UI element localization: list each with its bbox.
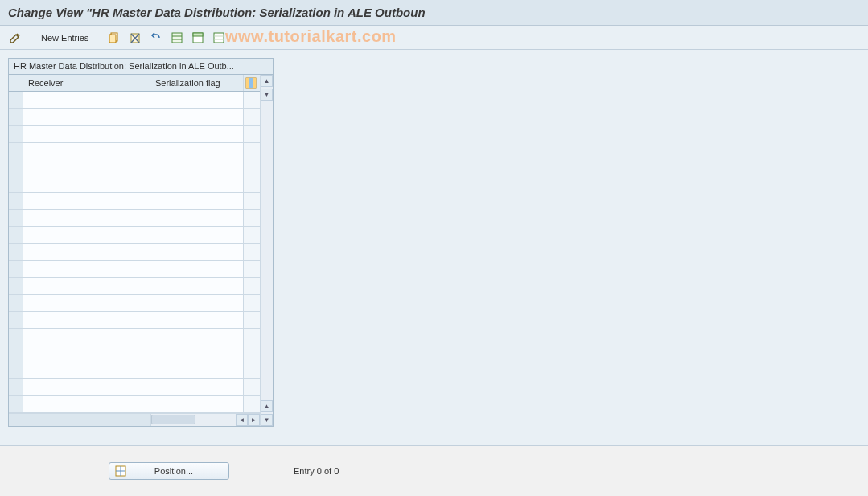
deselect-all-icon[interactable] (210, 30, 228, 46)
cell-serialization-flag[interactable] (150, 329, 244, 345)
horizontal-scrollbar[interactable]: ◄ ► (9, 413, 260, 426)
cell-receiver[interactable] (23, 92, 150, 108)
cell-serialization-flag[interactable] (150, 210, 244, 226)
table-row[interactable] (9, 210, 260, 227)
table-row[interactable] (9, 295, 260, 312)
cell-receiver[interactable] (23, 261, 150, 277)
cell-serialization-flag[interactable] (150, 143, 244, 159)
hscroll-left-icon[interactable]: ◄ (236, 414, 248, 426)
row-selector[interactable] (9, 278, 23, 294)
cell-serialization-flag[interactable] (150, 176, 244, 192)
vscroll-up-icon[interactable]: ▲ (261, 75, 273, 87)
row-selector[interactable] (9, 396, 23, 412)
cell-receiver[interactable] (23, 126, 150, 142)
vscroll-down2-icon[interactable]: ▲ (261, 400, 273, 412)
cell-receiver[interactable] (23, 379, 150, 395)
cell-serialization-flag[interactable] (150, 126, 244, 142)
cell-receiver[interactable] (23, 278, 150, 294)
table-row[interactable] (9, 159, 260, 176)
select-block-icon[interactable] (189, 30, 207, 46)
vscroll-up2-icon[interactable]: ▼ (261, 89, 273, 101)
cell-receiver[interactable] (23, 210, 150, 226)
cell-receiver[interactable] (23, 312, 150, 328)
configure-columns-icon[interactable] (244, 75, 258, 91)
cell-receiver[interactable] (23, 176, 150, 192)
row-selector[interactable] (9, 126, 23, 142)
delete-icon[interactable] (126, 30, 144, 46)
cell-receiver[interactable] (23, 159, 150, 176)
row-selector[interactable] (9, 379, 23, 395)
table-row[interactable] (9, 109, 260, 126)
cell-serialization-flag[interactable] (150, 396, 244, 412)
cell-receiver[interactable] (23, 329, 150, 345)
select-all-rows-cell[interactable] (9, 75, 23, 91)
cell-serialization-flag[interactable] (150, 295, 244, 311)
undo-icon[interactable] (147, 30, 165, 46)
table-row[interactable] (9, 278, 260, 295)
row-selector[interactable] (9, 176, 23, 192)
cell-serialization-flag[interactable] (150, 159, 244, 176)
table-row[interactable] (9, 176, 260, 193)
cell-receiver[interactable] (23, 109, 150, 125)
row-selector[interactable] (9, 109, 23, 125)
copy-as-icon[interactable] (105, 30, 123, 46)
hscroll-thumb[interactable] (151, 415, 195, 424)
cell-serialization-flag[interactable] (150, 362, 244, 378)
cell-receiver[interactable] (23, 345, 150, 362)
position-button[interactable]: Position... (109, 462, 229, 480)
cell-serialization-flag[interactable] (150, 193, 244, 209)
vscroll-down-icon[interactable]: ▼ (261, 414, 273, 426)
table-row[interactable] (9, 362, 260, 379)
table-row[interactable] (9, 329, 260, 345)
table-row[interactable] (9, 312, 260, 329)
row-selector[interactable] (9, 244, 23, 260)
cell-serialization-flag[interactable] (150, 244, 244, 260)
row-selector[interactable] (9, 92, 23, 108)
cell-serialization-flag[interactable] (150, 261, 244, 277)
cell-serialization-flag[interactable] (150, 345, 244, 362)
table-row[interactable] (9, 345, 260, 362)
table-row[interactable] (9, 379, 260, 396)
table-row[interactable] (9, 193, 260, 210)
table-row[interactable] (9, 143, 260, 159)
hscroll-track[interactable] (150, 414, 236, 426)
cell-receiver[interactable] (23, 227, 150, 243)
row-selector[interactable] (9, 159, 23, 176)
table-row[interactable] (9, 126, 260, 143)
vscroll-track[interactable] (261, 101, 273, 400)
cell-serialization-flag[interactable] (150, 312, 244, 328)
cell-receiver[interactable] (23, 193, 150, 209)
new-entries-button[interactable]: New Entries (34, 30, 96, 46)
cell-receiver[interactable] (23, 143, 150, 159)
row-selector[interactable] (9, 312, 23, 328)
row-selector[interactable] (9, 362, 23, 378)
cell-serialization-flag[interactable] (150, 379, 244, 395)
cell-receiver[interactable] (23, 362, 150, 378)
row-selector[interactable] (9, 143, 23, 159)
row-selector[interactable] (9, 210, 23, 226)
table-row[interactable] (9, 244, 260, 261)
select-all-icon[interactable] (168, 30, 186, 46)
cell-receiver[interactable] (23, 396, 150, 412)
hscroll-right-icon[interactable]: ► (248, 414, 260, 426)
cell-receiver[interactable] (23, 244, 150, 260)
cell-serialization-flag[interactable] (150, 109, 244, 125)
column-header-receiver[interactable]: Receiver (23, 75, 150, 91)
table-row[interactable] (9, 261, 260, 278)
row-selector[interactable] (9, 227, 23, 243)
cell-serialization-flag[interactable] (150, 227, 244, 243)
cell-serialization-flag[interactable] (150, 92, 244, 108)
table-row[interactable] (9, 396, 260, 413)
row-selector[interactable] (9, 329, 23, 345)
vertical-scrollbar[interactable]: ▲ ▼ ▲ ▼ (260, 75, 273, 426)
column-header-serialization-flag[interactable]: Serialization flag (150, 75, 244, 91)
row-selector[interactable] (9, 345, 23, 362)
cell-receiver[interactable] (23, 295, 150, 311)
row-selector[interactable] (9, 295, 23, 311)
toggle-edit-icon[interactable] (6, 30, 24, 46)
table-row[interactable] (9, 92, 260, 109)
row-selector[interactable] (9, 193, 23, 209)
table-row[interactable] (9, 227, 260, 244)
row-selector[interactable] (9, 261, 23, 277)
cell-serialization-flag[interactable] (150, 278, 244, 294)
